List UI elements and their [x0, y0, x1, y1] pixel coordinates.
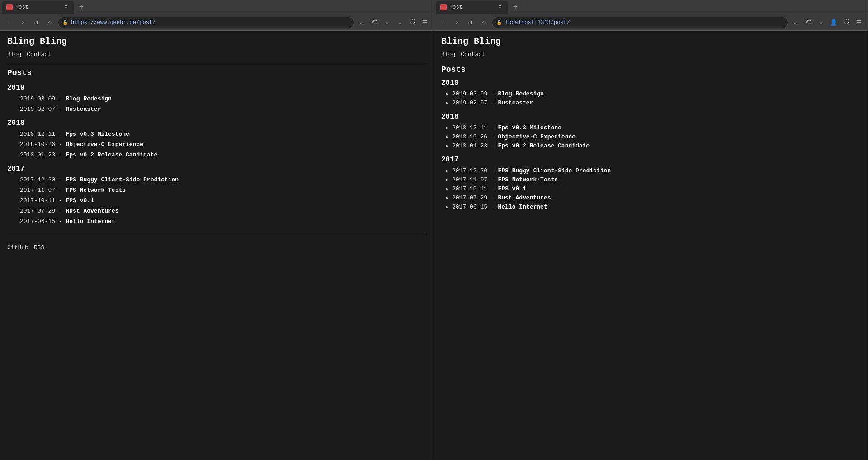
right-tab-favicon: [440, 4, 447, 10]
left-year-2018: 2018: [7, 119, 426, 127]
list-item: 2017-11-07 - FPS Network-Tests: [11, 187, 426, 194]
right-forward-button[interactable]: ›: [451, 17, 462, 28]
left-tab-title: Post: [15, 4, 60, 10]
list-item: 2018-01-23 - Fps v0.2 Release Candidate: [452, 142, 860, 149]
left-more-button[interactable]: …: [357, 18, 367, 28]
left-page-content: Bling Bling Blog Contact Posts 2019 2019…: [0, 31, 434, 460]
right-pocket-icon[interactable]: 🏷: [803, 18, 813, 28]
left-footer-github[interactable]: GitHub: [7, 244, 28, 251]
left-posts-2017: 2017-12-20 - FPS Buggy Client-Side Predi…: [11, 176, 426, 225]
right-url-display[interactable]: localhost:1313/post/: [492, 17, 788, 28]
left-bookmark-icon[interactable]: ☆: [382, 18, 392, 28]
left-new-tab-button[interactable]: +: [75, 1, 88, 14]
right-tab-close[interactable]: ×: [496, 4, 504, 11]
right-lock-icon: 🔒: [496, 20, 502, 25]
left-nav-links: Blog Contact: [7, 51, 426, 58]
left-menu-icon[interactable]: ☰: [420, 18, 430, 28]
right-posts-2019: 2019-03-09 - Blog Redesign 2019-02-07 - …: [452, 90, 860, 106]
right-year-2019: 2019: [441, 79, 860, 87]
list-item: 2019-02-07 - Rustcaster: [452, 100, 860, 106]
list-item: 2019-02-07 - Rustcaster: [11, 106, 426, 113]
left-pocket-icon[interactable]: 🏷: [369, 18, 379, 28]
list-item: 2017-12-20 - FPS Buggy Client-Side Predi…: [11, 176, 426, 183]
left-posts-2019: 2019-03-09 - Blog Redesign 2019-02-07 - …: [11, 95, 426, 113]
right-home-button[interactable]: ⌂: [478, 17, 489, 28]
left-nav-contact[interactable]: Contact: [27, 51, 52, 58]
right-menu-icon[interactable]: ☰: [854, 18, 864, 28]
left-active-tab[interactable]: Post ×: [2, 1, 74, 14]
list-item: 2018-10-26 - Objective-C Experience: [452, 133, 860, 140]
right-back-button[interactable]: ‹: [438, 17, 448, 28]
right-more-button[interactable]: …: [791, 18, 801, 28]
left-tab-close[interactable]: ×: [62, 4, 70, 11]
right-posts-title: Posts: [441, 65, 860, 74]
left-footer-links: GitHub RSS: [7, 241, 426, 251]
left-forward-button[interactable]: ›: [17, 17, 28, 28]
left-nav-blog[interactable]: Blog: [7, 51, 21, 58]
left-site-title: Bling Bling: [7, 36, 426, 47]
right-tab-title: Post: [449, 4, 494, 10]
left-nav-divider: [7, 62, 426, 62]
right-year-2018: 2018: [441, 113, 860, 121]
right-page-content: Bling Bling Blog Contact Posts 2019 2019…: [434, 31, 868, 460]
right-site-title: Bling Bling: [441, 36, 860, 47]
right-nav-blog[interactable]: Blog: [441, 51, 455, 58]
left-footer-divider: [7, 234, 426, 234]
left-posts-2018: 2018-12-11 - Fps v0.3 Milestone 2018-10-…: [11, 131, 426, 158]
right-nav-links: Blog Contact: [441, 51, 860, 58]
list-item: 2019-03-09 - Blog Redesign: [452, 90, 860, 97]
right-tab-bar: Post × +: [434, 0, 868, 14]
right-active-tab[interactable]: Post ×: [436, 1, 508, 14]
list-item: 2017-07-29 - Rust Adventures: [11, 208, 426, 214]
right-posts-2017: 2017-12-20 - FPS Buggy Client-Side Predi…: [452, 167, 860, 210]
left-footer-rss[interactable]: RSS: [34, 244, 44, 251]
right-address-wrapper: 🔒 localhost:1313/post/: [492, 17, 788, 28]
left-back-button[interactable]: ‹: [4, 17, 14, 28]
list-item: 2017-10-11 - FPS v0.1: [452, 185, 860, 192]
left-toolbar-icons: … 🏷 ☆ ☁ 🛡 ☰: [357, 18, 430, 28]
left-url-display[interactable]: https://www.qeebr.de/post/: [58, 17, 354, 28]
left-tab-bar: Post × +: [0, 0, 434, 14]
left-tab-favicon: [6, 4, 13, 10]
list-item: 2018-12-11 - Fps v0.3 Milestone: [452, 124, 860, 131]
list-item: 2017-12-20 - FPS Buggy Client-Side Predi…: [452, 167, 860, 174]
left-posts-title: Posts: [7, 68, 426, 77]
left-year-2017: 2017: [7, 165, 426, 173]
left-sync-icon[interactable]: ☁: [395, 18, 405, 28]
left-reload-button[interactable]: ↺: [31, 17, 42, 28]
list-item: 2018-01-23 - Fps v0.2 Release Candidate: [11, 152, 426, 158]
right-nav-contact[interactable]: Contact: [461, 51, 486, 58]
list-item: 2017-11-07 - FPS Network-Tests: [452, 176, 860, 183]
right-reload-button[interactable]: ↺: [465, 17, 476, 28]
right-toolbar-icons: … 🏷 ☆ 👤 🛡 ☰: [791, 18, 864, 28]
left-address-bar: ‹ › ↺ ⌂ 🔒 https://www.qeebr.de/post/ … 🏷…: [0, 14, 434, 31]
right-posts-2018: 2018-12-11 - Fps v0.3 Milestone 2018-10-…: [452, 124, 860, 149]
right-bookmark-icon[interactable]: ☆: [816, 18, 826, 28]
list-item: 2019-03-09 - Blog Redesign: [11, 95, 426, 102]
right-browser: Post × + ‹ › ↺ ⌂ 🔒 localhost:1313/post/ …: [434, 0, 868, 460]
list-item: 2018-12-11 - Fps v0.3 Milestone: [11, 131, 426, 138]
right-shield-icon[interactable]: 🛡: [841, 18, 851, 28]
right-sync-icon[interactable]: 👤: [829, 18, 839, 28]
left-lock-icon: 🔒: [62, 20, 68, 25]
list-item: 2017-07-29 - Rust Adventures: [452, 194, 860, 201]
list-item: 2018-10-26 - Objective-C Experience: [11, 141, 426, 148]
right-year-2017: 2017: [441, 156, 860, 164]
right-address-bar: ‹ › ↺ ⌂ 🔒 localhost:1313/post/ … 🏷 ☆ 👤 🛡…: [434, 14, 868, 31]
list-item: 2017-06-15 - Hello Internet: [11, 218, 426, 225]
left-address-wrapper: 🔒 https://www.qeebr.de/post/: [58, 17, 354, 28]
left-year-2019: 2019: [7, 84, 426, 92]
list-item: 2017-10-11 - FPS v0.1: [11, 197, 426, 204]
left-shield-icon[interactable]: 🛡: [407, 18, 417, 28]
list-item: 2017-06-15 - Hello Internet: [452, 204, 860, 210]
left-browser: Post × + ‹ › ↺ ⌂ 🔒 https://www.qeebr.de/…: [0, 0, 434, 460]
right-new-tab-button[interactable]: +: [509, 1, 522, 14]
left-home-button[interactable]: ⌂: [44, 17, 55, 28]
